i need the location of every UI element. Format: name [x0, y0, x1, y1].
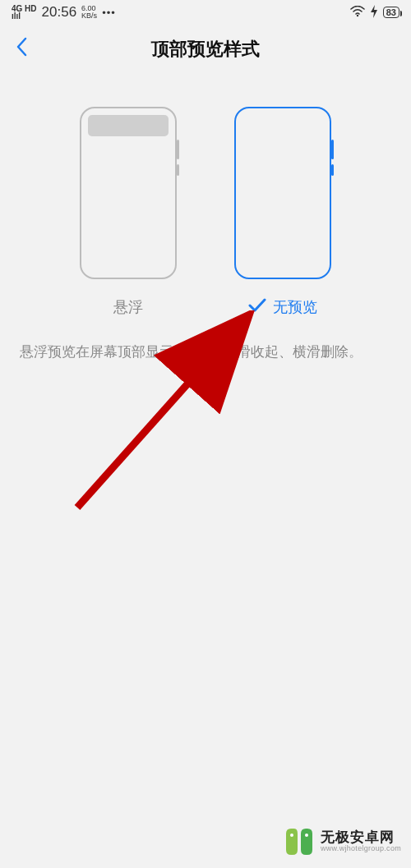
watermark-title: 无极安卓网 — [321, 830, 401, 846]
watermark: 无极安卓网 www.wjhotelgroup.com — [283, 827, 401, 857]
time: 20:56 — [42, 4, 77, 21]
preview-options: 悬浮 无预览 — [0, 107, 411, 317]
header: 顶部预览样式 — [0, 25, 411, 74]
page-title: 顶部预览样式 — [0, 37, 411, 62]
svg-point-4 — [305, 834, 308, 837]
status-right: 83 — [350, 5, 399, 21]
status-left: 4G HD ılıl 20:56 6.00 KB/s ••• — [12, 4, 116, 21]
battery-indicator: 83 — [383, 7, 399, 18]
option-float[interactable]: 悬浮 — [80, 107, 177, 317]
phone-preview-none — [234, 107, 331, 279]
option-label-none: 无预览 — [273, 297, 317, 317]
wifi-icon — [350, 6, 365, 20]
watermark-logo-icon — [283, 827, 316, 857]
status-bar: 4G HD ılıl 20:56 6.00 KB/s ••• 83 — [0, 0, 411, 25]
option-label-float: 悬浮 — [113, 297, 143, 317]
charging-icon — [370, 5, 378, 21]
notification-strip — [88, 115, 169, 136]
check-icon — [248, 296, 266, 318]
net-speed: 6.00 KB/s — [81, 5, 97, 20]
phone-preview-float — [80, 107, 177, 279]
back-button[interactable] — [15, 36, 28, 63]
more-dots-icon: ••• — [102, 7, 116, 19]
watermark-url: www.wjhotelgroup.com — [321, 845, 401, 853]
option-none[interactable]: 无预览 — [234, 107, 331, 317]
network-signal: 4G HD ılıl — [12, 5, 37, 20]
svg-point-0 — [357, 14, 358, 16]
svg-point-3 — [290, 834, 293, 837]
description-text: 悬浮预览在屏幕顶部显示5秒，可上滑收起、横滑删除。 — [0, 317, 411, 363]
